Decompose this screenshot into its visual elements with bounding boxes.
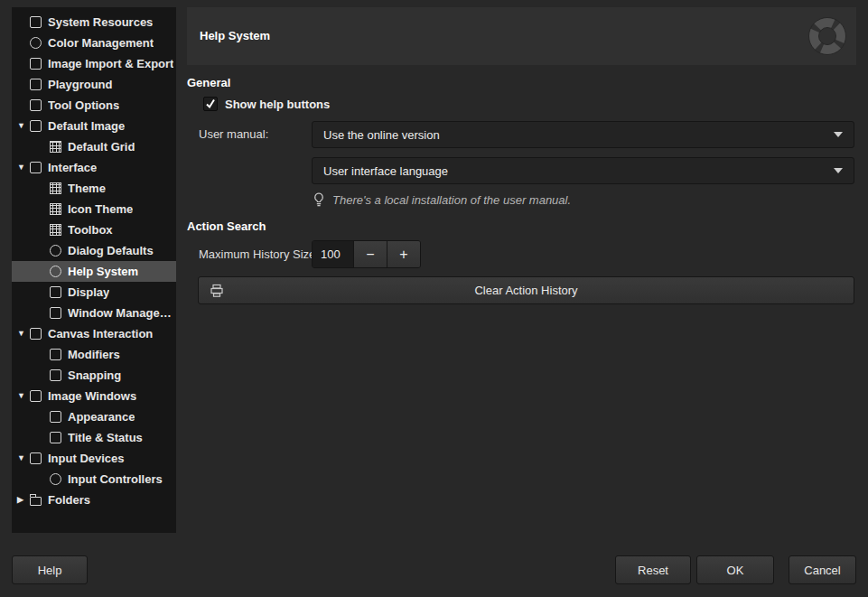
playground-icon <box>30 79 42 90</box>
reset-button[interactable]: Reset <box>615 555 691 584</box>
user-manual-selected-value: Use the online version <box>313 128 834 142</box>
sidebar-item-window-management[interactable]: Window Management <box>12 303 176 323</box>
theme-icon <box>50 182 61 194</box>
show-help-buttons-row: Show help buttons <box>203 97 330 111</box>
clear-action-history-button[interactable]: Clear Action History <box>198 276 854 304</box>
clear-action-history-label: Clear Action History <box>474 284 577 297</box>
sidebar-item-tool-options[interactable]: Tool Options <box>12 95 176 116</box>
action-search-section-label: Action Search <box>187 219 266 233</box>
input-devices-icon <box>30 452 42 464</box>
manual-install-info-text: There's a local installation of the user… <box>332 193 571 207</box>
sidebar-item-system-resources[interactable]: System Resources <box>12 12 176 33</box>
ok-button[interactable]: OK <box>696 555 774 584</box>
sidebar-item-appearance[interactable]: Appearance <box>12 406 176 427</box>
input-controllers-icon <box>50 473 61 485</box>
cancel-button[interactable]: Cancel <box>789 555 856 584</box>
sidebar-item-default-image[interactable]: ▼ Default Image <box>12 116 176 136</box>
sidebar-item-folders[interactable]: ▶ Folders <box>12 490 176 510</box>
manual-language-selected-value: User interface language <box>313 164 834 178</box>
sidebar-item-snapping[interactable]: Snapping <box>12 365 176 386</box>
max-history-value-field[interactable]: 100 <box>313 241 353 267</box>
manual-install-info: There's a local installation of the user… <box>313 192 571 208</box>
display-icon <box>50 286 61 298</box>
general-section-label: General <box>187 76 230 89</box>
sidebar-item-toolbox[interactable]: Toolbox <box>12 219 176 240</box>
sidebar-item-image-import-export[interactable]: Image Import & Export <box>12 53 176 74</box>
chevron-down-icon <box>834 132 843 137</box>
preferences-sidebar: System Resources Color Management Image … <box>12 7 176 533</box>
expander-open-icon[interactable]: ▼ <box>17 392 30 400</box>
sidebar-item-image-windows[interactable]: ▼ Image Windows <box>12 386 176 406</box>
sidebar-item-canvas-interaction[interactable]: ▼ Canvas Interaction <box>12 323 176 344</box>
max-history-spinner: 100 − + <box>312 240 421 268</box>
window-management-icon <box>50 307 61 319</box>
show-help-buttons-checkbox[interactable] <box>203 97 218 111</box>
sidebar-item-interface[interactable]: ▼ Interface <box>12 157 176 178</box>
sidebar-item-input-devices[interactable]: ▼ Input Devices <box>12 448 176 469</box>
modifiers-icon <box>50 349 61 360</box>
sidebar-item-modifiers[interactable]: Modifiers <box>12 344 176 365</box>
icon-theme-icon <box>50 203 61 215</box>
manual-language-dropdown[interactable]: User interface language <box>312 157 854 184</box>
sidebar-item-help-system[interactable]: Help System <box>12 261 176 282</box>
page-title: Help System <box>200 29 270 42</box>
sidebar-item-input-controllers[interactable]: Input Controllers <box>12 469 176 490</box>
image-import-export-icon <box>30 58 42 70</box>
sidebar-item-title-status[interactable]: Title & Status <box>12 427 176 448</box>
toolbox-icon <box>50 224 61 236</box>
default-image-icon <box>30 120 42 132</box>
folders-icon <box>30 497 42 506</box>
sidebar-item-default-grid[interactable]: Default Grid <box>12 136 176 157</box>
color-management-icon <box>30 37 42 49</box>
clear-history-icon <box>210 284 224 301</box>
expander-open-icon[interactable]: ▼ <box>17 330 30 338</box>
checkmark-icon <box>205 98 216 109</box>
show-help-buttons-label: Show help buttons <box>225 98 330 111</box>
sidebar-item-theme[interactable]: Theme <box>12 178 176 199</box>
user-manual-dropdown[interactable]: Use the online version <box>312 121 854 148</box>
default-grid-icon <box>50 141 61 153</box>
expander-open-icon[interactable]: ▼ <box>17 454 30 462</box>
chevron-down-icon <box>834 168 843 173</box>
sidebar-item-color-management[interactable]: Color Management <box>12 33 176 53</box>
canvas-interaction-icon <box>30 328 42 340</box>
dialog-defaults-icon <box>50 245 61 257</box>
help-system-icon <box>50 266 61 277</box>
lightbulb-icon <box>313 192 324 208</box>
title-status-icon <box>50 432 61 443</box>
sidebar-item-playground[interactable]: Playground <box>12 74 176 95</box>
expander-open-icon[interactable]: ▼ <box>17 122 30 130</box>
expander-closed-icon[interactable]: ▶ <box>17 496 30 504</box>
page-header: Help System <box>187 7 856 65</box>
appearance-icon <box>50 411 61 423</box>
interface-icon <box>30 162 42 173</box>
max-history-label: Maximum History Size: <box>199 247 319 261</box>
system-resources-icon <box>30 16 42 28</box>
expander-open-icon[interactable]: ▼ <box>17 163 30 172</box>
help-button[interactable]: Help <box>12 555 88 584</box>
sidebar-item-icon-theme[interactable]: Icon Theme <box>12 199 176 219</box>
tool-options-icon <box>30 99 42 111</box>
sidebar-item-dialog-defaults[interactable]: Dialog Defaults <box>12 240 176 261</box>
snapping-icon <box>50 369 61 381</box>
user-manual-label: User manual: <box>199 127 268 141</box>
increment-button[interactable]: + <box>387 241 420 267</box>
image-windows-icon <box>30 390 42 402</box>
decrement-button[interactable]: − <box>353 241 387 267</box>
sidebar-item-display[interactable]: Display <box>12 282 176 303</box>
help-lifebuoy-icon <box>807 16 847 60</box>
